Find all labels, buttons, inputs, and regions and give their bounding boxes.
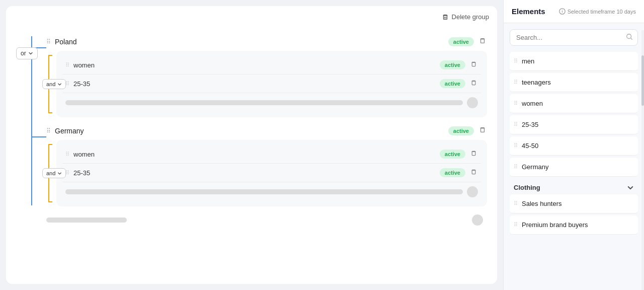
element-label-4550: 45-50	[522, 142, 538, 150]
germany-row-women: ⠿ women active	[62, 145, 481, 164]
right-header: Elements Selected timeframe 10 days	[504, 0, 644, 23]
women-status-germany: active	[440, 150, 465, 159]
svg-rect-7	[472, 152, 475, 155]
element-item-premium-brand-buyers[interactable]: ⠿ Premium brand buyers	[510, 215, 638, 235]
element-item-4550[interactable]: ⠿ 45-50	[510, 136, 638, 156]
svg-rect-8	[472, 170, 475, 174]
group-poland: ⠿ Poland active and	[46, 36, 487, 117]
women-label-poland: women	[73, 61, 436, 69]
poland-delete-button[interactable]	[478, 36, 487, 47]
drag-icon-women: ⠿	[514, 100, 518, 107]
connector-line-germany	[31, 136, 46, 137]
group-poland-name: Poland	[55, 38, 444, 46]
bottom-add-circle[interactable]	[472, 214, 483, 226]
element-list: ⠿ men ⠿ teenagers ⠿ women ⠿ 25-35 ⠿ 45-5…	[504, 52, 644, 290]
women-delete-poland[interactable]	[469, 60, 478, 70]
chevron-down-icon	[627, 184, 634, 191]
drag-handle-2535-germany[interactable]: ⠿	[65, 170, 69, 176]
drag-icon-men: ⠿	[514, 58, 518, 64]
germany-status-badge: active	[448, 126, 474, 135]
and-connector-poland[interactable]: and	[42, 79, 66, 89]
poland-row-2535: ⠿ 25-35 active	[62, 75, 481, 93]
scrollbar-thumb[interactable]	[641, 55, 644, 106]
element-item-germany[interactable]: ⠿ Germany	[510, 158, 638, 177]
element-item-2535[interactable]: ⠿ 25-35	[510, 115, 638, 134]
poland-status-badge: active	[448, 37, 474, 46]
timeframe-info: Selected timeframe 10 days	[559, 8, 636, 15]
germany-delete-button[interactable]	[478, 125, 487, 136]
women-delete-germany[interactable]	[469, 149, 478, 159]
delete-group-label: Delete group	[452, 13, 489, 21]
and-label-germany: and	[46, 170, 55, 176]
bottom-add-bar[interactable]	[46, 218, 127, 223]
group-poland-header: ⠿ Poland active	[46, 36, 487, 47]
inner-card-poland: and ⠿ women active	[56, 51, 487, 117]
drag-handle-women-poland[interactable]: ⠿	[65, 62, 69, 68]
women-label-germany: women	[73, 151, 436, 158]
drag-handle-2535-poland[interactable]: ⠿	[65, 81, 69, 87]
category-clothing-header[interactable]: Clothing	[510, 179, 638, 194]
or-label: or	[21, 50, 26, 57]
drag-icon-germany: ⠿	[514, 164, 518, 170]
drag-icon-teenagers: ⠿	[514, 79, 518, 86]
drag-handle-women-germany[interactable]: ⠿	[65, 151, 69, 158]
add-row-germany	[62, 182, 481, 201]
inner-card-germany: and ⠿ women active	[56, 140, 487, 206]
add-circle-germany[interactable]	[467, 186, 478, 197]
women-status-poland: active	[440, 60, 465, 69]
svg-point-11	[561, 10, 562, 10]
drag-handle-poland[interactable]: ⠿	[46, 38, 51, 45]
drag-handle-germany[interactable]: ⠿	[46, 127, 51, 134]
drag-icon-premium-brand-buyers: ⠿	[514, 222, 518, 228]
svg-rect-4	[472, 62, 475, 66]
element-label-2535: 25-35	[522, 121, 538, 128]
main-content: ⠿ Poland active and	[46, 36, 487, 226]
search-icon	[626, 33, 633, 42]
element-label-teenagers: teenagers	[522, 79, 551, 86]
drag-icon-sales-hunters: ⠿	[514, 200, 518, 207]
germany-row-2535: ⠿ 25-35 active	[62, 164, 481, 182]
element-item-sales-hunters[interactable]: ⠿ Sales hunters	[510, 194, 638, 213]
or-button[interactable]: or	[16, 47, 38, 59]
element-label-premium-brand-buyers: Premium brand buyers	[522, 221, 588, 229]
element-item-men[interactable]: ⠿ men	[510, 52, 638, 71]
info-icon	[559, 8, 566, 15]
and-label-poland: and	[46, 81, 55, 87]
drag-icon-2535: ⠿	[514, 121, 518, 128]
blue-vertical-line	[31, 36, 32, 205]
group-germany-name: Germany	[55, 127, 444, 135]
svg-rect-0	[443, 15, 447, 19]
2535-label-poland: 25-35	[73, 80, 436, 88]
svg-rect-5	[472, 81, 475, 85]
scrollbar-track	[641, 30, 644, 290]
search-bar	[510, 29, 638, 46]
right-panel-title: Elements	[512, 7, 545, 16]
right-panel: Elements Selected timeframe 10 days ⠿ me…	[503, 0, 644, 290]
group-germany-header: ⠿ Germany active	[46, 125, 487, 136]
add-bar-germany[interactable]	[65, 189, 463, 194]
2535-label-germany: 25-35	[73, 169, 436, 177]
add-row-poland	[62, 93, 481, 112]
svg-rect-3	[481, 39, 485, 43]
left-panel: Delete group or ⠿ Poland active	[6, 6, 497, 284]
element-label-women: women	[522, 100, 543, 107]
element-item-women[interactable]: ⠿ women	[510, 94, 638, 113]
2535-status-germany: active	[440, 168, 465, 177]
add-circle-poland[interactable]	[467, 97, 478, 108]
group-germany: ⠿ Germany active and	[46, 125, 487, 206]
2535-status-poland: active	[440, 79, 465, 88]
element-label-sales-hunters: Sales hunters	[522, 200, 562, 207]
bottom-add-group	[46, 214, 487, 226]
poland-row-women: ⠿ women active	[62, 56, 481, 75]
search-input[interactable]	[510, 29, 638, 46]
element-label-germany: Germany	[522, 163, 548, 171]
and-connector-germany[interactable]: and	[42, 168, 66, 178]
add-bar-poland[interactable]	[65, 100, 463, 105]
drag-icon-4550: ⠿	[514, 142, 518, 149]
2535-delete-poland[interactable]	[469, 79, 478, 89]
element-item-teenagers[interactable]: ⠿ teenagers	[510, 73, 638, 92]
2535-delete-germany[interactable]	[469, 168, 478, 178]
category-clothing-label: Clothing	[514, 184, 540, 191]
delete-group-button[interactable]: Delete group	[442, 13, 489, 21]
svg-rect-6	[481, 128, 485, 132]
